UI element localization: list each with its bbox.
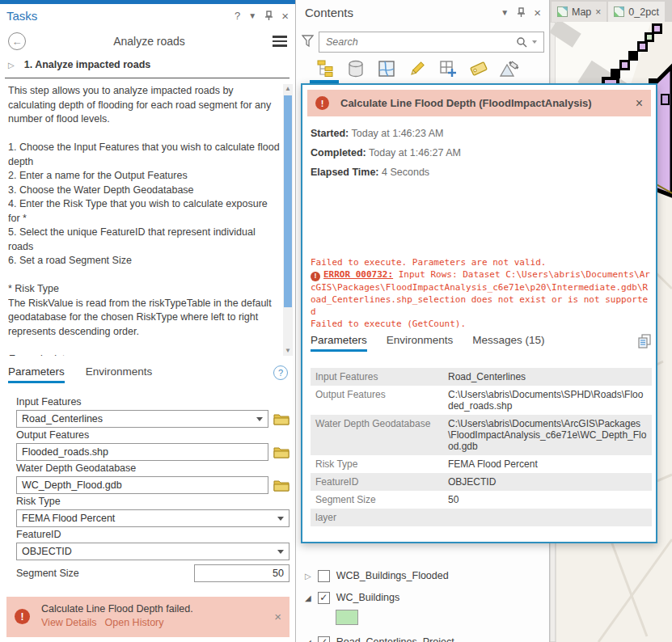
banner-close-icon[interactable]: × xyxy=(274,610,281,631)
close-tab-icon[interactable]: × xyxy=(595,6,601,18)
expand-step-icon[interactable]: ▷ xyxy=(8,61,15,70)
risk-type-value: FEMA Flood Percent xyxy=(22,513,115,524)
filter-funnel-icon[interactable] xyxy=(302,35,314,50)
back-button[interactable]: ← xyxy=(8,32,26,50)
dialog-tab-messages[interactable]: Messages (15) xyxy=(472,334,544,346)
dialog-parameters-table: Input FeaturesRoad_Centerlines Output Fe… xyxy=(311,368,652,526)
task-description: This step allows you to analyze impacted… xyxy=(8,84,281,356)
help-circle-icon[interactable]: ? xyxy=(273,365,288,380)
table-row: Segment Size50 xyxy=(311,491,652,509)
tab-environments[interactable]: Environments xyxy=(86,365,153,378)
collapse-icon[interactable]: ◢ xyxy=(305,593,311,602)
close-icon[interactable]: × xyxy=(281,9,289,23)
layer-row-road-centerlines-project[interactable]: ◢ ✓ Road_Centerlines_Project xyxy=(305,632,539,642)
error-code-link[interactable]: ERROR 000732: xyxy=(323,269,393,280)
table-row: FeatureIDOBJECTID xyxy=(311,473,652,491)
table-row: Risk TypeFEMA Flood Percent xyxy=(311,455,652,473)
list-by-editing-icon[interactable] xyxy=(407,58,428,79)
help-icon[interactable]: ? xyxy=(235,10,240,22)
search-options-caret-icon[interactable] xyxy=(532,40,537,44)
feature-id-value: OBJECTID xyxy=(22,546,72,557)
error-icon: ! xyxy=(311,272,320,281)
dropdown-caret-icon xyxy=(277,550,284,554)
search-icon xyxy=(516,36,527,48)
browse-folder-icon[interactable] xyxy=(273,413,290,425)
param-label: Segment Size xyxy=(311,491,446,509)
close-icon[interactable]: × xyxy=(534,6,541,19)
param-value: OBJECTID xyxy=(446,473,652,491)
list-by-drawing-order-icon[interactable] xyxy=(315,58,336,79)
water-depth-gdb-input[interactable]: WC_Depth_Flood.gdb xyxy=(16,476,268,494)
layer-row-wcb-buildings-flooded[interactable]: ▷ WCB_Buildings_Flooded xyxy=(305,566,539,585)
search-input[interactable] xyxy=(326,36,516,48)
pin-icon[interactable] xyxy=(517,7,526,18)
wc-buildings-symbol-swatch[interactable] xyxy=(336,610,358,625)
table-row: Input FeaturesRoad_Centerlines xyxy=(311,368,652,386)
list-by-selection-icon[interactable] xyxy=(376,58,397,79)
task-step-row[interactable]: ▷ 1. Analyze impacted roads xyxy=(0,55,295,74)
error-line-1: Failed to execute. Parameters are not va… xyxy=(311,256,652,268)
elapsed-label: Elapsed Time: xyxy=(311,167,379,178)
arcgis-pro-window: Tasks ? ▼ × ← Analyze roads ▷ 1. Analyze… xyxy=(0,0,672,642)
layer-row-wc-buildings[interactable]: ◢ ✓ WC_Buildings xyxy=(305,588,539,607)
output-features-value: Flooded_roads.shp xyxy=(22,446,108,458)
menu-icon[interactable] xyxy=(273,36,287,47)
list-by-perspective-icon[interactable] xyxy=(499,58,520,79)
param-label: Water Depth Geodatabase xyxy=(311,415,446,455)
dialog-run-info: Started: Today at 1:46:23 AM Completed: … xyxy=(311,124,650,182)
contents-search-box[interactable] xyxy=(319,32,544,53)
tasks-panel-title: Tasks xyxy=(6,9,37,23)
started-label: Started: xyxy=(311,128,349,139)
param-value: 50 xyxy=(446,491,652,509)
list-by-snapping-icon[interactable] xyxy=(437,58,459,79)
collapse-icon[interactable]: ◢ xyxy=(305,638,311,642)
view-details-link[interactable]: View Details xyxy=(41,617,97,628)
tab-0-2pct[interactable]: 0_2pct xyxy=(608,2,665,22)
dropdown-caret-icon xyxy=(277,517,284,521)
expand-icon[interactable]: ▷ xyxy=(305,572,311,581)
layer-checkbox-checked[interactable]: ✓ xyxy=(318,592,330,604)
contents-panel-title: Contents xyxy=(305,6,353,19)
dialog-tab-environments[interactable]: Environments xyxy=(387,334,454,346)
input-features-combo[interactable]: Road_Centerlines xyxy=(16,410,268,428)
copy-icon[interactable] xyxy=(637,334,652,352)
completed-value: Today at 1:46:27 AM xyxy=(369,147,461,158)
error-icon: ! xyxy=(315,96,329,110)
param-value: FEMA Flood Percent xyxy=(446,455,652,473)
risk-type-combo[interactable]: FEMA Flood Percent xyxy=(16,509,290,527)
segment-size-value: 50 xyxy=(273,568,284,579)
dialog-close-icon[interactable]: × xyxy=(636,96,643,111)
feature-id-label: FeatureID xyxy=(16,529,290,540)
feature-id-combo[interactable]: OBJECTID xyxy=(16,543,290,560)
pin-icon[interactable] xyxy=(264,11,273,21)
browse-folder-icon[interactable] xyxy=(273,446,290,458)
layer-name: Road_Centerlines_Project xyxy=(336,636,454,642)
layer-name: WCB_Buildings_Flooded xyxy=(336,570,449,581)
param-label: Risk Type xyxy=(311,455,446,473)
dialog-tab-parameters[interactable]: Parameters xyxy=(311,334,367,352)
list-by-labeling-icon[interactable] xyxy=(468,58,489,79)
param-label: FeatureID xyxy=(311,473,446,491)
scroll-down-icon[interactable]: ▼ xyxy=(283,346,293,356)
open-history-link[interactable]: Open History xyxy=(105,617,164,628)
output-features-input[interactable]: Flooded_roads.shp xyxy=(16,443,268,461)
layer-checkbox-unchecked[interactable] xyxy=(318,570,330,582)
layer-checkbox-checked[interactable]: ✓ xyxy=(318,636,330,642)
task-title: Analyze roads xyxy=(26,35,273,48)
list-by-data-source-icon[interactable] xyxy=(345,58,366,79)
tab-map[interactable]: Map × xyxy=(552,2,606,22)
segment-size-input[interactable]: 50 xyxy=(194,564,290,582)
param-label: layer xyxy=(311,509,446,526)
description-scrollbar[interactable]: ▲ ▼ xyxy=(283,84,293,356)
tab-parameters[interactable]: Parameters xyxy=(8,365,65,383)
browse-folder-icon[interactable] xyxy=(273,479,290,492)
scrollbar-thumb[interactable] xyxy=(284,95,292,307)
scroll-up-icon[interactable]: ▲ xyxy=(283,84,293,94)
divider xyxy=(5,78,290,78)
chevron-down-icon[interactable]: ▼ xyxy=(248,11,256,20)
dialog-error-text: Failed to execute. Parameters are not va… xyxy=(311,256,652,330)
input-features-value: Road_Centerlines xyxy=(22,413,103,424)
table-row: Water Depth GeodatabaseC:\Users\abris\Do… xyxy=(311,415,652,455)
description-text: This step allows you to analyze impacted… xyxy=(8,84,281,339)
chevron-down-icon[interactable]: ▼ xyxy=(501,8,509,17)
